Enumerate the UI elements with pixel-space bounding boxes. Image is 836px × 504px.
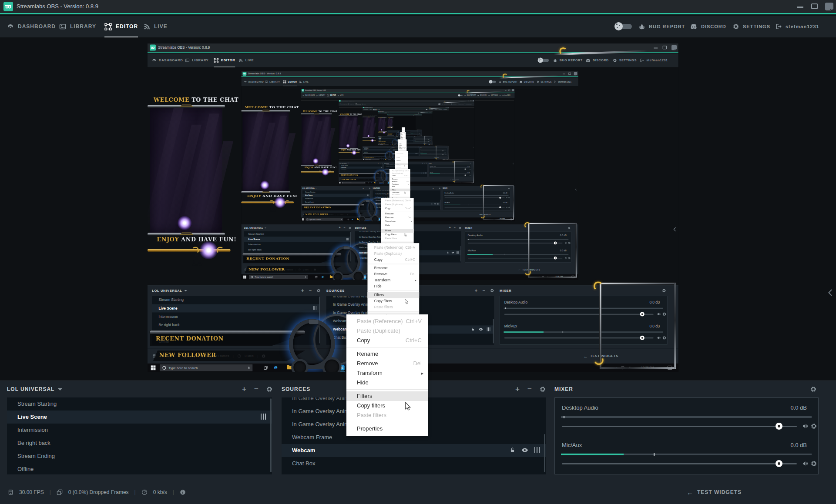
nav-gear[interactable]: SETTINGS (537, 77, 552, 86)
unlock-icon[interactable] (510, 447, 515, 453)
tab-dashboard[interactable]: DASHBOARD (152, 53, 183, 67)
edge-browser-icon[interactable]: e (391, 144, 391, 145)
mic-icon[interactable] (248, 366, 250, 370)
notification-center-icon[interactable] (447, 159, 448, 160)
drag-handle-icon[interactable] (313, 306, 316, 310)
remove-scenes-button[interactable]: − (254, 385, 259, 394)
volume-slider-knob[interactable] (640, 336, 645, 340)
menu-item-rename[interactable]: Rename (381, 212, 413, 216)
menu-item-remove[interactable]: RemoveDel (381, 216, 413, 220)
notification-center-icon[interactable] (472, 182, 473, 183)
taskbar-clock[interactable]: 12:35 PM (465, 182, 468, 184)
close-button[interactable] (574, 71, 578, 77)
menu-item-filters[interactable]: Filters (381, 229, 413, 233)
notification-center-icon[interactable] (571, 276, 574, 278)
gear-icon[interactable] (568, 257, 571, 260)
gear-icon[interactable] (662, 289, 666, 293)
speaker-icon[interactable] (802, 461, 809, 467)
source-row[interactable]: Chat Box (282, 457, 546, 470)
unlock-icon[interactable] (471, 327, 475, 331)
nav-bug[interactable]: BUG REPORT (639, 16, 685, 37)
menu-item-copy-filters[interactable]: Copy filters (346, 401, 428, 411)
remove-scenes-button[interactable]: − (309, 288, 312, 294)
tab-library[interactable]: LIBRARY (185, 53, 208, 67)
source-scrollbar[interactable] (440, 200, 440, 210)
gear-icon[interactable] (662, 336, 666, 340)
menu-item-remove[interactable]: RemoveDel (346, 359, 428, 368)
nav-logout[interactable]: stefman1231 (499, 93, 510, 98)
minimize-button[interactable] (504, 89, 507, 92)
edge-browser-icon[interactable]: e (396, 135, 396, 136)
gear-icon[interactable] (459, 227, 461, 230)
scene-row[interactable]: Stream Ending (7, 450, 272, 463)
gear-icon[interactable] (431, 141, 431, 142)
info-icon[interactable] (381, 157, 381, 158)
app-icon[interactable] (354, 276, 357, 278)
system-tray[interactable]: ∧ (458, 182, 463, 184)
remove-sources-button[interactable]: − (424, 162, 425, 164)
test-widgets-button[interactable]: ←TEST WIDGETS (518, 265, 541, 274)
close-button[interactable] (671, 43, 678, 52)
menu-item-hide[interactable]: Hide (381, 224, 413, 227)
menu-item-hide[interactable]: Hide (389, 185, 410, 188)
task-view-icon[interactable] (264, 366, 268, 370)
test-widgets-button[interactable]: ←TEST WIDGETS (584, 349, 618, 364)
menu-item-properties[interactable]: Properties (346, 424, 428, 434)
close-button[interactable] (447, 107, 448, 108)
theme-toggle[interactable] (418, 113, 419, 113)
menu-item-copy-filters[interactable]: Copy filters (381, 233, 413, 237)
gear-icon[interactable] (426, 163, 427, 164)
scene-scrollbar[interactable] (370, 190, 370, 210)
file-explorer-icon[interactable] (287, 366, 292, 370)
scene-row[interactable]: Intermission (302, 197, 370, 200)
menu-item-remove[interactable]: RemoveDel (367, 271, 419, 277)
menu-item-copy-filters[interactable]: Copy filters (367, 298, 419, 304)
scene-row[interactable]: Stream Ending (244, 252, 351, 257)
scene-collection-title[interactable]: LOL UNIVERSAL (363, 147, 369, 147)
volume-slider-knob[interactable] (554, 241, 557, 244)
remove-sources-button[interactable]: − (483, 288, 485, 294)
info-icon[interactable] (180, 489, 186, 495)
source-scrollbar[interactable] (460, 246, 461, 261)
info-icon[interactable] (347, 214, 349, 216)
gear-icon[interactable] (470, 175, 471, 176)
scene-scrollbar[interactable] (270, 398, 272, 472)
scene-row[interactable]: Be right back (244, 247, 351, 252)
add-scenes-button[interactable]: + (363, 187, 364, 189)
scene-row[interactable]: Live Scene (7, 411, 272, 424)
scene-row[interactable]: Be right back (302, 200, 370, 204)
menu-item-hide[interactable]: Hide (346, 378, 428, 387)
taskbar-clock[interactable]: 12:35 PM (554, 274, 563, 280)
menu-item-transform[interactable]: Transform▸ (381, 220, 413, 224)
test-widgets-button[interactable]: ←TEST WIDGETS (477, 212, 490, 218)
menu-item-transform[interactable]: Transform▸ (346, 368, 428, 378)
theme-toggle[interactable] (489, 80, 497, 83)
drag-handle-icon[interactable] (437, 203, 439, 205)
system-tray[interactable]: ∧ (418, 135, 419, 136)
task-view-icon[interactable] (381, 159, 382, 160)
scene-row[interactable]: Stream Ending (302, 204, 370, 207)
system-tray[interactable]: ∧ (538, 274, 549, 280)
gear-icon[interactable] (662, 312, 666, 316)
gear-icon[interactable] (418, 147, 419, 147)
chevron-left-icon[interactable] (473, 147, 474, 148)
start-button[interactable] (378, 144, 379, 145)
minimize-button[interactable] (562, 71, 566, 77)
maximize-button[interactable] (470, 100, 472, 102)
nav-gear[interactable]: SETTINGS (488, 93, 498, 98)
menu-item-filters[interactable]: Filters (346, 391, 428, 401)
info-icon[interactable] (389, 144, 390, 144)
system-tray[interactable]: ∧ (439, 159, 441, 160)
tab-editor[interactable]: EDITOR (214, 53, 235, 67)
nav-discord[interactable]: DISCORD (451, 102, 457, 106)
source-scrollbar[interactable] (544, 434, 545, 472)
unlock-icon[interactable] (447, 251, 449, 254)
volume-slider[interactable] (504, 337, 654, 338)
notification-center-icon[interactable] (668, 366, 672, 370)
nav-discord[interactable]: DISCORD (477, 93, 487, 98)
volume-slider[interactable] (562, 426, 797, 427)
gear-icon[interactable] (490, 289, 494, 293)
add-scenes-button[interactable]: + (301, 288, 304, 294)
scene-row[interactable]: Live Scene (302, 194, 370, 197)
add-sources-button[interactable]: + (416, 147, 416, 147)
